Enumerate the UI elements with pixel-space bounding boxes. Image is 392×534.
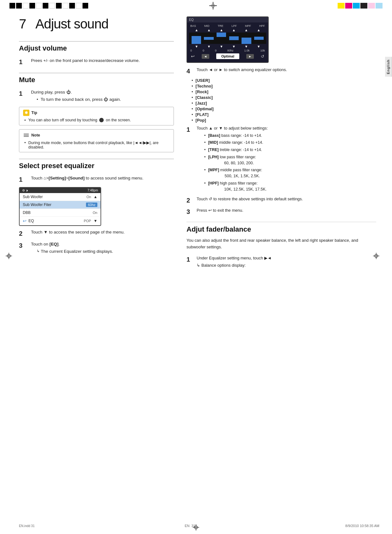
eq-bar-hpf xyxy=(253,33,265,44)
back-button[interactable]: ↩ xyxy=(191,54,195,59)
step-restore: 2 Touch ↺ to restore the above settings … xyxy=(187,196,376,205)
up-arrow: ▲ xyxy=(240,28,252,32)
step-number: 3 xyxy=(187,207,194,216)
page-footer: EN.indd 31 EN 31 8/9/2010 10:58:35 AM xyxy=(19,524,379,528)
row-value: On xyxy=(93,211,97,215)
restore-btn[interactable]: ↺ xyxy=(261,54,264,59)
eq-col-tre: TRE xyxy=(217,24,223,27)
down-arrow: ▼ xyxy=(215,45,228,48)
eq-col-mpf: MPF xyxy=(245,24,251,27)
step-text: Press ↩ to exit the menu. xyxy=(197,207,243,214)
step-eq-1: 1 Touch ⌂>[Setting]>[Sound] to access so… xyxy=(19,175,174,184)
note-title: Note xyxy=(31,133,40,137)
right-crosshair-mark xyxy=(373,253,379,260)
step-number: 1 xyxy=(19,89,28,98)
eq-col-bas: BAS xyxy=(190,24,196,27)
note-text: During mute mode, some buttons that cont… xyxy=(28,140,170,149)
fader-description: You can also adjust the front and rear s… xyxy=(187,237,376,251)
section-divider xyxy=(187,222,376,222)
eq-column-labels: BAS MID TRE LPF MPF HPF xyxy=(189,24,266,27)
step-text: Touch ⌂>[Setting]>[Sound] to access soun… xyxy=(31,175,174,181)
bullet-dot: • xyxy=(24,140,26,145)
eq-up-arrows: ▲ ▲ ▲ ▲ ▲ ▲ xyxy=(189,28,266,32)
list-item-lph: [LPH] low pass filter range: 60, 80, 100… xyxy=(204,154,268,166)
down-arrow: ▼ xyxy=(240,45,252,48)
eq-sub-text: The current Equalizer setting displays. xyxy=(41,248,113,255)
list-item-tre: [TRE] treble range: -14 to +14. xyxy=(204,147,268,153)
settings-top-bar: ⚙ ⏵ 7:48pm xyxy=(20,188,101,193)
optimal-btn[interactable]: Optimal xyxy=(216,53,239,59)
list-item: [FLAT] xyxy=(192,112,376,117)
step-number: 1 xyxy=(19,175,28,184)
step-number: 3 xyxy=(19,241,28,250)
crosshair-mark xyxy=(209,2,217,9)
touch-icon-inline xyxy=(99,118,104,122)
reg-sq xyxy=(76,3,82,9)
list-item-mpf: [MPF] middle pass filter range: 500, 1K,… xyxy=(204,167,268,179)
step-number: 1 xyxy=(187,125,194,134)
color-registration-squares xyxy=(338,3,383,9)
step-text: Under Equalizer setting menu, touch ▶◄ ↳… xyxy=(197,255,272,269)
mute-step-text: During play, press ⏻. xyxy=(31,90,72,94)
list-item: [Optimal] xyxy=(192,106,376,111)
arrow-right-icon: ↳ xyxy=(37,248,40,254)
step-mute-1: 1 During play, press ⏻. • To turn the so… xyxy=(19,89,174,103)
eq-val-2: 0 xyxy=(215,49,217,52)
row-label: DBB xyxy=(23,210,31,215)
down-arrow: ▼ xyxy=(203,45,215,48)
sub-bullet-mute: • To turn the sound back on, press ⏻ aga… xyxy=(37,96,174,103)
note-header: Note xyxy=(23,132,170,138)
right-arrow-btn[interactable]: ► xyxy=(246,54,254,59)
row-label: EQ xyxy=(28,219,34,223)
settings-screen-mockup: ⚙ ⏵ 7:48pm Sub Woofer On ▲ Sub Woofer Fi… xyxy=(19,187,101,226)
eq-bar-mid xyxy=(203,33,215,44)
eq-bar-mpf xyxy=(241,33,253,44)
note-icon xyxy=(23,132,29,138)
right-column: EQ BAS MID TRE LPF MPF HPF ▲ ▲ ▲ ▲ ▲ xyxy=(183,16,376,271)
tip-header: ✱ Tip xyxy=(23,110,170,116)
cyan-sq xyxy=(353,3,360,9)
step-text: Prees +/- on the front panel to increase… xyxy=(31,58,174,64)
step-text: Touch ◄ or ► to switch among equalizer o… xyxy=(197,67,287,73)
step-text: Touch ▼ to access the second page of the… xyxy=(31,229,174,235)
reg-sq xyxy=(36,3,42,9)
black-sq xyxy=(360,3,367,9)
step-number: 1 xyxy=(187,255,194,264)
eq-bar-tre xyxy=(215,33,227,44)
reg-sq xyxy=(56,3,62,9)
tip-text: You can also turn off sound by touching … xyxy=(28,118,131,123)
step-number: 2 xyxy=(19,229,28,238)
settings-time: 7:48pm xyxy=(88,189,98,192)
language-tab: English xyxy=(385,57,392,77)
settings-row-subwoofer-filter: Sub Woofer Fiter 60hz xyxy=(20,201,101,209)
list-item: [Rock] xyxy=(192,89,376,94)
list-item-bass: [Bass] bass range: -14 to +14. xyxy=(204,133,268,139)
note-box: Note • During mute mode, some buttons th… xyxy=(19,129,174,152)
mute-sub-text: To turn the sound back on, press ⏻ again… xyxy=(41,96,121,103)
reg-sq xyxy=(63,3,68,9)
eq-val-1: 0 xyxy=(203,49,204,52)
eq-label: EQ xyxy=(189,18,193,21)
section-adjust-volume: Adjust volume xyxy=(19,41,174,52)
reg-sq xyxy=(29,3,35,9)
eq-val-3: 80hz xyxy=(227,49,234,52)
eq-bar-bas xyxy=(190,33,202,44)
step-text: Touch on [EQ]. ↳ The current Equalizer s… xyxy=(31,241,174,255)
settings-sub-list: [Bass] bass range: -14 to +14. [MID] mid… xyxy=(204,133,268,192)
up-arrow: ▲ xyxy=(215,28,228,32)
step-switch-eq: 4 Touch ◄ or ► to switch among equalizer… xyxy=(187,67,376,76)
tip-box: ✱ Tip • You can also turn off sound by t… xyxy=(19,107,174,125)
chapter-title: 7 Adjust sound xyxy=(19,16,174,32)
eq-screen-mockup: EQ BAS MID TRE LPF MPF HPF ▲ ▲ ▲ ▲ ▲ xyxy=(187,16,269,63)
eq-col-mid: MID xyxy=(204,24,210,27)
yellow-sq xyxy=(338,3,345,9)
left-column: 7 Adjust sound Adjust volume 1 Prees +/-… xyxy=(19,16,183,271)
tip-icon: ✱ xyxy=(23,110,29,116)
settings-row-subwoofer: Sub Woofer On ▲ xyxy=(20,193,101,201)
tip-item: • You can also turn off sound by touchin… xyxy=(24,118,170,123)
eq-screen-top: EQ xyxy=(187,17,268,22)
left-arrow-btn[interactable]: ◄ xyxy=(202,54,209,59)
top-marks-bar xyxy=(0,0,392,10)
left-crosshair-mark xyxy=(6,253,12,260)
step-fader-1: 1 Under Equalizer setting menu, touch ▶◄… xyxy=(187,255,376,269)
